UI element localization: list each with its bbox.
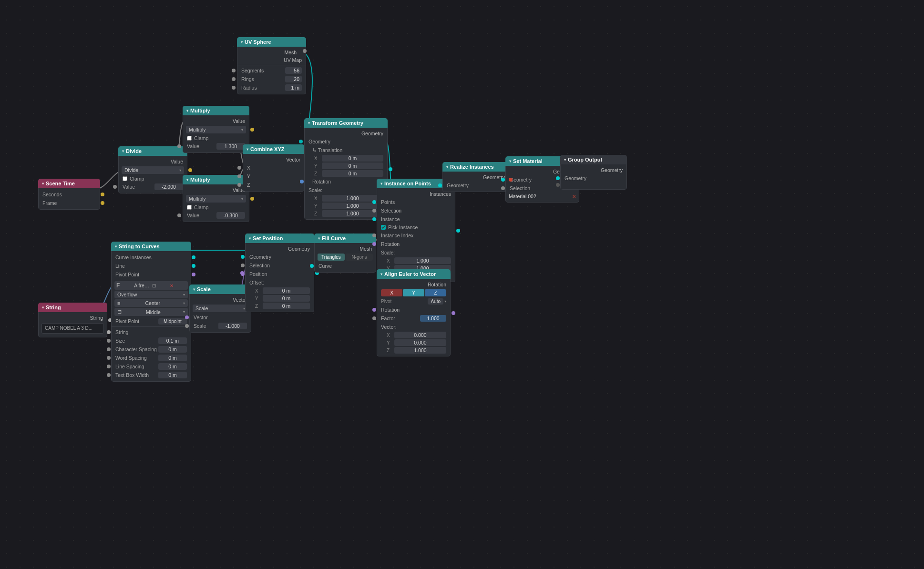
node-multiply1-header[interactable]: ▾ Multiply [183, 106, 249, 115]
divide-out-socket [188, 168, 192, 172]
node-align-euler-body: Rotation X Y Z Pivot Auto ▾ Rotation Fac… [377, 279, 451, 356]
radius-socket [232, 86, 236, 90]
node-divide-body: Value Divide ▾ Clamp Value -2.000 [118, 156, 187, 193]
node-group-output-header[interactable]: ▾ Group Output [560, 155, 627, 164]
node-setpos-body: Geometry Geometry Selection Position Off… [245, 243, 314, 312]
divide-val[interactable]: -2.000 [154, 183, 183, 190]
node-uv-sphere-title: UV Sphere [245, 39, 271, 45]
node-string: ▾ String String CAMP NOBEL A 3 D... [38, 303, 107, 337]
seconds-row: Seconds [39, 190, 100, 199]
pick-instance-check[interactable] [381, 225, 386, 230]
scale-mode-dropdown[interactable]: Scale ▾ [193, 305, 248, 312]
chevron-icon: ▾ [241, 40, 243, 44]
node-realize-header[interactable]: ▾ Realize Instances [442, 162, 509, 172]
node-transform-geo: ▾ Transform Geometry Geometry Geometry ↳… [304, 118, 388, 220]
scale-val[interactable]: -1.000 [218, 323, 247, 329]
node-transform-geo-title: Transform Geometry [312, 120, 363, 126]
node-stc-body: Curve Instances Line Pivot Point F Alfre… [111, 251, 191, 382]
rings-socket [232, 77, 236, 81]
node-group-output-body: Geometry Geometry [560, 164, 627, 190]
mult2-mode[interactable]: Multiply ▾ [186, 195, 246, 203]
node-setmat-title: Set Material [513, 158, 543, 164]
mult1-mode[interactable]: Multiply ▾ [186, 126, 246, 133]
string-preview[interactable]: CAMP NOBEL A 3 D... [41, 323, 104, 334]
node-combine-xyz-title: Combine XYZ [250, 146, 285, 152]
node-setpos-header[interactable]: ▾ Set Position [245, 234, 314, 243]
node-fill-curve-header[interactable]: ▾ Fill Curve [314, 234, 376, 243]
char-spacing-val[interactable]: 0 m [158, 346, 187, 353]
segments-socket [232, 69, 236, 72]
node-scale: ▾ Scale Vector Scale ▾ Vector Scale -1.0… [189, 284, 251, 333]
mult2-clamp[interactable] [187, 205, 192, 210]
node-multiply2: ▾ Multiply Value Multiply ▾ Clamp Value … [183, 175, 249, 222]
size-val[interactable]: 0.1 m [158, 337, 187, 344]
align-x-dropdown[interactable]: ≡ Center ▾ [114, 299, 188, 307]
align-y-dropdown[interactable]: ⊟ Middle ▾ [114, 308, 188, 316]
divide-mode-dropdown[interactable]: Divide ▾ [122, 166, 184, 174]
axis-z-btn[interactable]: Z [425, 289, 446, 296]
node-scene-time-title: Scene Time [46, 181, 75, 186]
fill-mode-tabs[interactable]: Triangles N-gons [318, 254, 373, 261]
segments-row: Segments 56 [237, 66, 306, 75]
material-name: Material.002 [509, 193, 570, 199]
node-string-to-curves: ▾ String to Curves Curve Instances Line … [111, 242, 191, 382]
node-multiply1: ▾ Multiply Value Multiply ▾ Clamp Value … [183, 106, 249, 153]
node-scale-header[interactable]: ▾ Scale [189, 284, 251, 294]
pivot-val[interactable]: Auto [428, 298, 443, 305]
line-spacing-val[interactable]: 0 m [158, 363, 187, 370]
node-fill-curve-title: Fill Curve [322, 235, 346, 241]
node-align-euler-header[interactable]: ▾ Align Euler to Vector [377, 269, 451, 279]
seconds-socket [101, 193, 104, 196]
textbox-width-val[interactable]: 0 m [158, 372, 187, 378]
align-axis-buttons[interactable]: X Y Z [381, 289, 446, 296]
node-combine-xyz-header[interactable]: ▾ Combine XYZ [243, 144, 305, 154]
font-selector[interactable]: F Alfred Sans... ⊡ ✕ [114, 281, 188, 290]
mult2-val[interactable]: -0.300 [216, 212, 245, 219]
node-group-output: ▾ Group Output Geometry Geometry [560, 155, 627, 190]
radius-row: Radius 1 m [237, 83, 306, 92]
divide-val-socket [113, 185, 117, 189]
material-remove-btn[interactable]: ✕ [572, 194, 576, 199]
ngons-tab[interactable]: N-gons [346, 254, 373, 261]
mult1-val[interactable]: 1.300 [216, 143, 245, 150]
node-set-position: ▾ Set Position Geometry Geometry Selecti… [245, 234, 314, 312]
node-multiply2-title: Multiply [190, 177, 210, 183]
node-realize-instances: ▾ Realize Instances Geometry Geometry [442, 162, 509, 192]
node-uv-sphere-header[interactable]: ▾ UV Sphere [237, 37, 306, 47]
node-uv-sphere: ▾ UV Sphere Mesh UV Map Segments 56 Ring… [237, 37, 306, 94]
segments-val[interactable]: 56 [285, 67, 302, 74]
node-scale-title: Scale [197, 286, 211, 292]
node-stc-header[interactable]: ▾ String to Curves [111, 242, 191, 251]
node-combine-xyz-body: Vector X Y Z [243, 154, 305, 192]
node-combine-xyz: ▾ Combine XYZ Vector X Y Z [243, 144, 305, 192]
mesh-output-label: Mesh [237, 49, 306, 56]
axis-y-btn[interactable]: Y [403, 289, 424, 296]
axis-x-btn[interactable]: X [381, 289, 402, 296]
node-multiply1-body: Value Multiply ▾ Clamp Value 1.300 [183, 115, 249, 153]
node-string-header[interactable]: ▾ String [38, 303, 107, 312]
node-align-euler: ▾ Align Euler to Vector Rotation X Y Z P… [377, 269, 451, 356]
node-iop-body: Instances Points Selection Instance Pick… [377, 188, 455, 282]
node-transform-geo-header[interactable]: ▾ Transform Geometry [304, 118, 388, 128]
node-string-title: String [46, 305, 61, 310]
node-transform-geo-body: Geometry Geometry ↳ Translation X 0 m Y … [304, 128, 388, 220]
radius-val[interactable]: 1 m [285, 84, 302, 91]
factor-val[interactable]: 1.000 [420, 315, 446, 322]
pivot-point-val[interactable]: Midpoint [158, 318, 187, 325]
node-scene-time-body: Seconds Frame [38, 188, 100, 210]
mult1-clamp[interactable] [187, 136, 192, 141]
node-scale-body: Vector Scale ▾ Vector Scale -1.000 [189, 294, 251, 333]
node-divide-header[interactable]: ▾ Divide [118, 146, 187, 156]
divide-clamp-check[interactable] [123, 176, 127, 181]
overflow-dropdown[interactable]: Overflow ▾ [114, 291, 188, 298]
node-scene-time-header[interactable]: ▾ Scene Time [38, 179, 100, 188]
node-iop-title: Instance on Points [384, 181, 431, 186]
word-spacing-val[interactable]: 0 m [158, 355, 187, 361]
node-multiply2-body: Value Multiply ▾ Clamp Value -0.300 [183, 184, 249, 222]
node-instance-on-points: ▾ Instance on Points Instances Points Se… [377, 179, 455, 282]
rings-val[interactable]: 20 [285, 76, 302, 82]
node-align-euler-title: Align Euler to Vector [384, 271, 436, 277]
divide-value-row: Value -2.000 [119, 183, 187, 191]
frame-row: Frame [39, 199, 100, 207]
triangles-tab[interactable]: Triangles [318, 254, 345, 261]
